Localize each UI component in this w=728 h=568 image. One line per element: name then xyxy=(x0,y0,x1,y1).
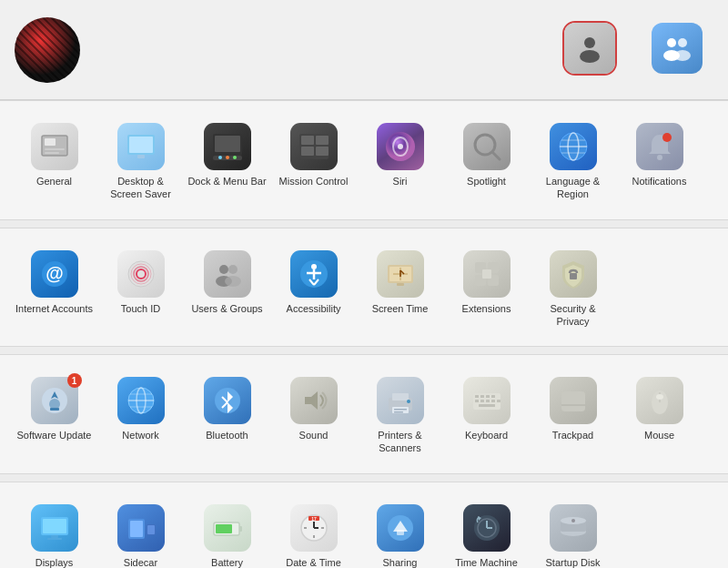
svg-point-2 xyxy=(667,38,676,47)
accessibility-icon xyxy=(290,250,338,298)
pref-item-internet[interactable]: @Internet Accounts xyxy=(11,241,97,334)
sidecar-icon xyxy=(117,504,165,552)
section-section1: GeneralDesktop & Screen SaverDock & Menu… xyxy=(0,100,728,220)
timemachine-icon xyxy=(463,504,511,552)
mouse-label: Mouse xyxy=(644,429,674,441)
pref-item-battery[interactable]: Battery xyxy=(184,495,270,568)
family-sharing-button[interactable] xyxy=(641,21,713,79)
printers-icon xyxy=(377,377,424,424)
svg-rect-90 xyxy=(475,400,479,402)
pref-item-siri[interactable]: Siri xyxy=(357,114,443,207)
svg-rect-23 xyxy=(316,147,329,156)
pref-item-mission[interactable]: Mission Control xyxy=(270,114,357,207)
pref-item-dock[interactable]: Dock & Menu Bar xyxy=(184,114,270,207)
pref-item-datetime[interactable]: 17Date & Time xyxy=(270,495,357,568)
software-icon: 1 xyxy=(31,377,78,424)
users-label: Users & Groups xyxy=(191,302,262,315)
svg-point-0 xyxy=(584,37,595,48)
pref-item-notifications[interactable]: Notifications xyxy=(616,114,703,207)
pref-item-software[interactable]: 1Software Update xyxy=(11,368,97,461)
svg-point-100 xyxy=(656,394,663,400)
pref-item-sidecar[interactable]: Sidecar xyxy=(97,495,184,568)
svg-rect-7 xyxy=(45,138,56,146)
svg-rect-92 xyxy=(486,400,490,402)
datetime-label: Date & Time xyxy=(286,556,341,568)
pref-item-mouse[interactable]: Mouse xyxy=(616,368,703,461)
svg-rect-57 xyxy=(397,283,404,286)
svg-rect-9 xyxy=(45,152,59,154)
pref-item-keyboard[interactable]: Keyboard xyxy=(443,368,530,461)
svg-text:17: 17 xyxy=(311,515,317,521)
svg-rect-103 xyxy=(51,535,58,538)
svg-point-43 xyxy=(219,265,228,274)
pref-item-touchid[interactable]: Touch ID xyxy=(97,241,184,334)
mission-icon xyxy=(290,123,338,170)
security-icon xyxy=(550,250,597,298)
battery-label: Battery xyxy=(211,556,243,568)
svg-point-26 xyxy=(398,144,403,149)
general-label: General xyxy=(36,175,72,188)
svg-point-3 xyxy=(678,38,687,47)
sharing-label: Sharing xyxy=(383,556,418,568)
svg-rect-108 xyxy=(147,525,155,534)
pref-item-general[interactable]: General xyxy=(11,114,97,207)
svg-rect-83 xyxy=(394,409,407,411)
svg-rect-88 xyxy=(486,395,490,398)
general-icon xyxy=(31,123,78,170)
section-section2: @Internet AccountsTouch IDUsers & Groups… xyxy=(0,228,728,348)
screentime-label: Screen Time xyxy=(372,302,429,315)
svg-rect-87 xyxy=(480,395,484,398)
battery-icon xyxy=(204,504,251,552)
sharing-icon xyxy=(377,504,424,552)
svg-rect-122 xyxy=(397,530,404,535)
pref-item-security[interactable]: Security & Privacy xyxy=(530,241,616,334)
timemachine-label: Time Machine xyxy=(455,556,518,568)
keyboard-label: Keyboard xyxy=(465,429,508,441)
siri-label: Siri xyxy=(393,175,408,188)
pref-item-accessibility[interactable]: Accessibility xyxy=(270,241,357,334)
svg-rect-110 xyxy=(239,526,242,532)
top-bar xyxy=(0,0,728,100)
svg-point-46 xyxy=(225,276,241,287)
datetime-icon: 17 xyxy=(290,504,338,552)
svg-rect-95 xyxy=(479,404,495,407)
pref-item-screentime[interactable]: Screen Time xyxy=(357,241,443,334)
pref-item-spotlight[interactable]: Spotlight xyxy=(443,114,530,207)
pref-item-language[interactable]: Language & Region xyxy=(530,114,616,207)
trackpad-label: Trackpad xyxy=(552,429,593,441)
pref-item-displays[interactable]: Displays xyxy=(11,495,97,568)
svg-rect-12 xyxy=(137,155,145,158)
pref-item-startupdisk[interactable]: Startup Disk xyxy=(530,495,616,568)
software-label: Software Update xyxy=(17,429,92,441)
pref-item-network[interactable]: Network xyxy=(97,368,184,461)
internet-label: Internet Accounts xyxy=(15,302,93,315)
pref-item-timemachine[interactable]: Time Machine xyxy=(443,495,530,568)
svg-point-1 xyxy=(580,50,600,63)
pref-item-sharing[interactable]: Sharing xyxy=(357,495,443,568)
svg-rect-21 xyxy=(316,136,329,145)
pref-item-extensions[interactable]: Extensions xyxy=(443,241,530,334)
network-label: Network xyxy=(122,429,158,441)
svg-line-28 xyxy=(492,152,500,159)
pref-item-desktop[interactable]: Desktop & Screen Saver xyxy=(97,114,184,207)
pref-item-trackpad[interactable]: Trackpad xyxy=(530,368,616,461)
svg-rect-96 xyxy=(561,391,585,411)
apple-id-button[interactable] xyxy=(553,21,626,79)
pref-item-bluetooth[interactable]: Bluetooth xyxy=(184,368,270,461)
pref-item-sound[interactable]: Sound xyxy=(270,368,357,461)
section-divider xyxy=(0,220,728,228)
startupdisk-icon xyxy=(550,504,597,552)
svg-rect-104 xyxy=(47,538,62,540)
extensions-label: Extensions xyxy=(462,302,511,315)
apple-id-icon xyxy=(564,23,615,74)
extensions-icon xyxy=(463,250,511,298)
displays-label: Displays xyxy=(35,556,74,568)
startupdisk-label: Startup Disk xyxy=(546,556,601,568)
pref-item-users[interactable]: Users & Groups xyxy=(184,241,270,334)
svg-marker-78 xyxy=(305,391,318,410)
desktop-icon xyxy=(117,123,165,170)
svg-rect-94 xyxy=(497,400,500,402)
pref-item-printers[interactable]: Printers & Scanners xyxy=(357,368,443,461)
mouse-icon xyxy=(636,377,683,424)
language-icon xyxy=(550,123,597,170)
